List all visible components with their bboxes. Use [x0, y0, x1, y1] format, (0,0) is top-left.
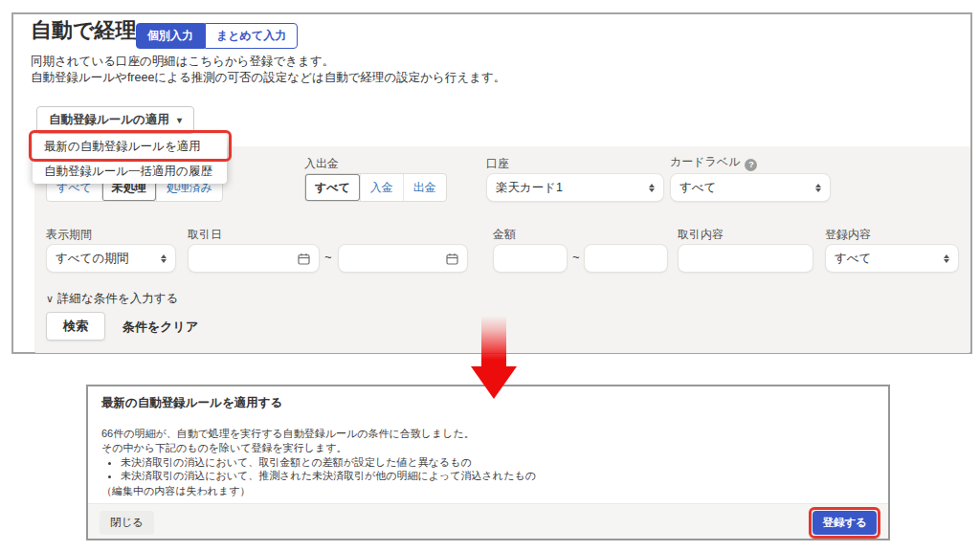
modal-body-line-1: 66件の明細が、自動で処理を実行する自動登録ルールの条件に合致しました。 [101, 427, 475, 441]
amount-from-input[interactable] [493, 244, 568, 273]
select-caret-icon [161, 254, 167, 263]
select-caret-icon [944, 254, 949, 263]
registration-select[interactable]: すべて [825, 244, 959, 273]
submit-button[interactable]: 登録する [813, 511, 877, 535]
screen: 自動で経理 個別入力 まとめて入力 同期されている口座の明細はこちらから登録でき… [0, 0, 980, 551]
page-title: 自動で経理 [31, 16, 137, 45]
modal-body-line-2: その中から下記のものを除いて登録を実行します。 [101, 441, 475, 455]
apply-rules-dropdown-menu: 最新の自動登録ルールを適用 自動登録ルール一括適用の履歴 [33, 134, 227, 184]
inout-segment-all[interactable]: すべて [305, 174, 360, 201]
account-select-value: 楽天カード1 [496, 180, 563, 196]
modal-bullet-2: 未決済取引の消込において、推測された未決済取引が他の明細によって消込されたもの [121, 469, 536, 482]
account-select[interactable]: 楽天カード1 [486, 173, 664, 202]
intro-line-1: 同期されている口座の明細はこちらから登録できます。 [31, 54, 505, 70]
inout-segment-withdrawal[interactable]: 出金 [403, 174, 446, 201]
intro-text: 同期されている口座の明細はこちらから登録できます。 自動登録ルールやfreeeに… [31, 54, 505, 86]
description-label: 取引内容 [678, 227, 724, 243]
calendar-icon [298, 253, 310, 265]
card-label-select-value: すべて [679, 180, 716, 196]
period-select-value: すべての期間 [56, 251, 128, 267]
apply-rules-dropdown-button[interactable]: 自動登録ルールの適用 ▾ [36, 106, 194, 134]
date-range-tilde: ~ [324, 250, 332, 264]
select-caret-icon [815, 184, 821, 192]
account-label: 口座 [486, 156, 509, 172]
modal-footer: 閉じる 登録する [88, 503, 888, 539]
caret-down-icon: ▾ [177, 115, 182, 125]
menu-item-apply-latest-rules[interactable]: 最新の自動登録ルールを適用 [33, 134, 227, 159]
modal-body: 66件の明細が、自動で処理を実行する自動登録ルールの条件に合致しました。 その中… [101, 427, 475, 455]
modal-note: （編集中の内容は失われます） [101, 484, 251, 498]
select-caret-icon [649, 184, 655, 192]
calendar-icon [446, 253, 458, 265]
amount-to-input[interactable] [584, 244, 668, 273]
chevron-down-icon: ∨ [46, 293, 54, 304]
period-label: 表示期間 [46, 227, 92, 243]
help-icon[interactable]: ? [745, 159, 757, 171]
card-label-label: カードラベル? [670, 154, 757, 171]
inout-filter: すべて 入金 出金 [304, 173, 447, 202]
advanced-conditions-label: 詳細な条件を入力する [57, 292, 178, 305]
apply-rules-modal: 最新の自動登録ルールを適用する 66件の明細が、自動で処理を実行する自動登録ルー… [86, 385, 890, 540]
close-button[interactable]: 閉じる [100, 511, 154, 535]
card-label-select[interactable]: すべて [670, 173, 831, 202]
description-input[interactable] [678, 244, 813, 273]
date-from-input[interactable] [188, 244, 320, 273]
search-button[interactable]: 検索 [46, 312, 105, 341]
amount-range-tilde: ~ [572, 250, 580, 264]
period-select[interactable]: すべての期間 [46, 244, 176, 273]
inout-label: 入出金 [304, 156, 339, 172]
input-mode-tabs: 個別入力 まとめて入力 [136, 23, 298, 49]
modal-bullet-1: 未決済取引の消込において、取引金額との差額が設定した値と異なるもの [121, 455, 536, 469]
intro-line-2: 自動登録ルールやfreeeによる推測の可否の設定などは自動で経理の設定から行えま… [31, 70, 505, 86]
annotation-box-submit-button: 登録する [809, 507, 880, 539]
apply-rules-dropdown-label: 自動登録ルールの適用 [49, 112, 169, 128]
registration-select-value: すべて [835, 251, 871, 267]
tab-individual-input[interactable]: 個別入力 [136, 23, 205, 49]
date-to-input[interactable] [338, 244, 468, 273]
amount-label: 金額 [493, 227, 516, 243]
card-label-text: カードラベル [670, 155, 740, 168]
modal-title: 最新の自動登録ルールを適用する [101, 395, 282, 411]
clear-conditions-button[interactable]: 条件をクリア [122, 319, 198, 336]
modal-exclusion-list: 未決済取引の消込において、取引金額との差額が設定した値と異なるもの 未決済取引の… [121, 455, 536, 482]
inout-segment-deposit[interactable]: 入金 [360, 174, 403, 201]
menu-item-bulk-apply-history[interactable]: 自動登録ルール一括適用の履歴 [33, 159, 227, 184]
date-label: 取引日 [188, 227, 222, 243]
tab-batch-input[interactable]: まとめて入力 [205, 23, 298, 49]
advanced-conditions-toggle[interactable]: ∨詳細な条件を入力する [46, 291, 178, 307]
registration-label: 登録内容 [825, 227, 871, 243]
